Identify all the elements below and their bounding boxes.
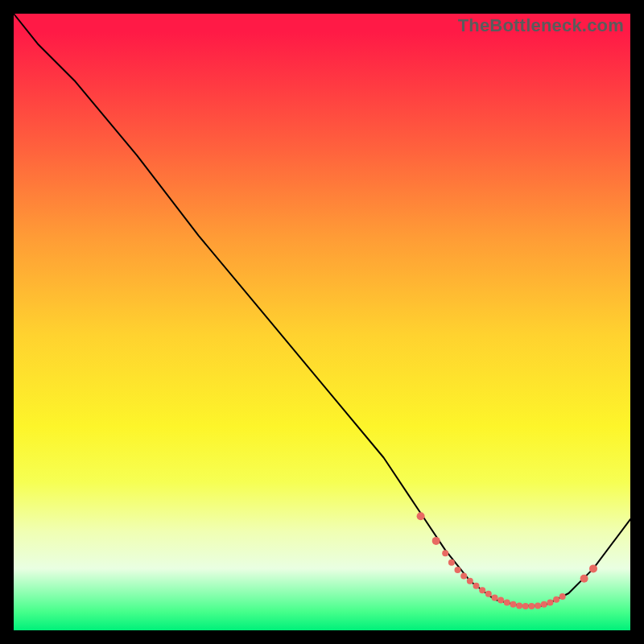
marker-dot	[522, 603, 529, 609]
marker-dot	[541, 601, 547, 608]
marker-dot	[535, 602, 541, 609]
marker-dot	[516, 602, 522, 609]
marker-dot	[460, 573, 467, 580]
marker-dot	[432, 537, 440, 545]
marker-dot	[547, 600, 553, 606]
marker-dot	[528, 603, 535, 609]
marker-dot	[467, 578, 473, 584]
marker-dot	[492, 594, 498, 601]
marker-dot	[442, 550, 448, 556]
chart-svg	[14, 14, 630, 630]
marker-dot	[553, 597, 559, 603]
marker-dot	[455, 567, 461, 573]
marker-dot	[479, 587, 485, 593]
marker-dot	[510, 601, 517, 608]
marker-dot	[580, 575, 588, 583]
marker-dots	[417, 512, 597, 609]
marker-dot	[589, 564, 597, 572]
marker-dot	[448, 559, 455, 566]
marker-dot	[473, 583, 480, 589]
marker-dot	[559, 593, 566, 600]
marker-dot	[497, 597, 504, 604]
chart-area: TheBottleneck.com	[14, 14, 630, 630]
marker-dot	[485, 591, 492, 597]
marker-dot	[417, 512, 425, 520]
marker-dot	[504, 600, 510, 606]
bottleneck-curve	[14, 14, 630, 605]
